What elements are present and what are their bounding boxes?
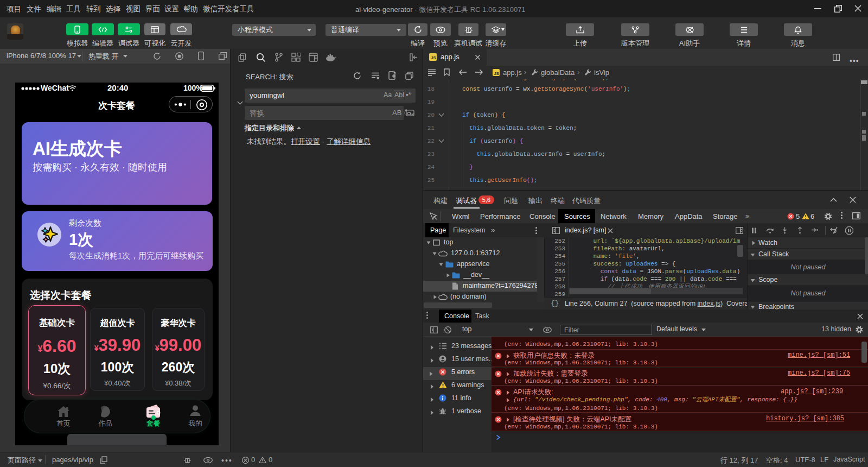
svg-text:ab: ab (411, 112, 414, 116)
